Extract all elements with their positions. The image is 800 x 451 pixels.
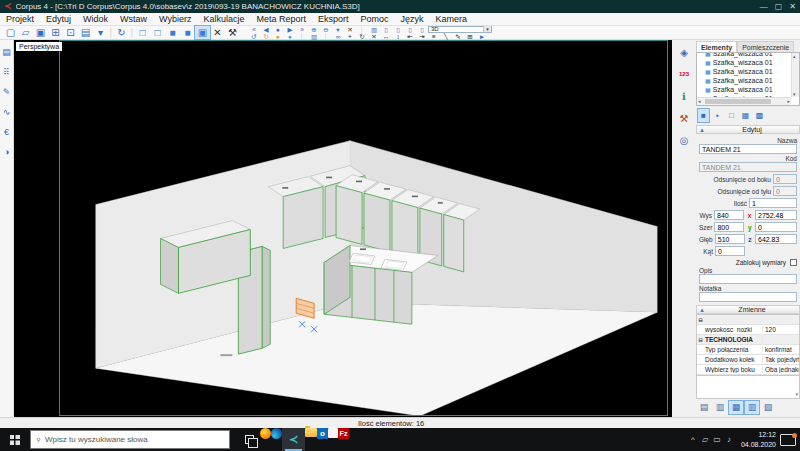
variables-panel-header[interactable]: ▲ Zmienne bbox=[696, 305, 800, 314]
view-solid-icon[interactable]: ■ bbox=[165, 26, 180, 39]
mirror-h-icon[interactable]: ↔ bbox=[380, 33, 392, 40]
view-drawer-icon[interactable]: ▥ bbox=[745, 401, 759, 414]
new-project-icon[interactable]: ▢ bbox=[3, 26, 18, 39]
variable-row[interactable]: ⊟ TECHNOLOGIA bbox=[697, 335, 799, 345]
task-view-button[interactable] bbox=[238, 428, 260, 451]
align-right-icon[interactable]: ⇥ bbox=[416, 33, 428, 40]
nav-caret-icon[interactable]: ▾ bbox=[332, 26, 344, 33]
zoom-out-icon[interactable]: ⊖ bbox=[320, 26, 332, 33]
toolbar-separator[interactable]: │ bbox=[320, 33, 332, 40]
angle-input[interactable] bbox=[715, 246, 745, 256]
depth-input[interactable] bbox=[715, 234, 745, 244]
menu-item[interactable]: Meta Report bbox=[251, 13, 313, 25]
nav-close-icon[interactable]: ✕ bbox=[344, 26, 356, 33]
menu-item[interactable]: Język bbox=[395, 13, 430, 25]
element-tree[interactable]: ▦ Szafka_wiszaca 01 ▦ Szafka_wiszaca 01 … bbox=[696, 52, 800, 106]
view-front-icon[interactable]: ▦ bbox=[729, 401, 743, 414]
catalog-manager-icon[interactable]: ⊡ bbox=[63, 26, 78, 39]
tab-elementy[interactable]: Elementy bbox=[696, 41, 737, 52]
slope-icon[interactable]: ╲ bbox=[440, 33, 452, 40]
scroll-down-icon[interactable]: ▾ bbox=[793, 91, 796, 97]
target-compass-icon[interactable]: ◎ bbox=[675, 134, 693, 147]
tray-chevron-icon[interactable]: ^ bbox=[687, 433, 699, 446]
delete-icon[interactable]: ✕ bbox=[368, 33, 380, 40]
tree-item[interactable]: ▦ Szafka_wiszaca 01 bbox=[697, 85, 791, 94]
menu-item[interactable]: Wstaw bbox=[114, 13, 153, 25]
view-wireframe-icon[interactable]: □ bbox=[135, 26, 150, 39]
width-input[interactable] bbox=[714, 222, 744, 232]
nav-record-icon[interactable]: ● bbox=[272, 26, 284, 33]
probe-icon[interactable]: ∿ bbox=[1, 106, 13, 119]
nav-next-icon[interactable]: ▶ bbox=[284, 26, 296, 33]
description-input[interactable] bbox=[699, 274, 797, 284]
variable-row[interactable]: Wybierz typ boku Oba jednako... bbox=[697, 365, 799, 375]
texture-ball-icon[interactable]: ● bbox=[284, 33, 296, 40]
menu-item[interactable]: Widok bbox=[77, 13, 114, 25]
menu-item[interactable]: Kamera bbox=[430, 13, 474, 25]
numbers-123-icon[interactable]: 123 bbox=[675, 68, 693, 81]
minimize-button[interactable]: — bbox=[760, 2, 768, 11]
scroll-up-icon[interactable]: ▴ bbox=[793, 53, 796, 59]
taskbar-corpus-icon[interactable]: ≺ bbox=[282, 428, 305, 451]
taskbar-filezilla-icon[interactable]: Fz bbox=[338, 428, 349, 439]
taskbar-clock[interactable]: 12:12 04.08.2020 bbox=[741, 430, 776, 448]
material-ball-icon[interactable]: ● bbox=[272, 33, 284, 40]
offset-side-input[interactable] bbox=[773, 174, 797, 184]
menu-item[interactable]: Kalkulacje bbox=[197, 13, 250, 25]
save-icon[interactable]: ▣ bbox=[33, 26, 48, 39]
maximize-button[interactable]: ▢ bbox=[775, 2, 783, 11]
edit-panel-header[interactable]: ▲ Edytuj bbox=[696, 125, 800, 134]
scroll-right-icon[interactable]: ▸ bbox=[787, 98, 790, 104]
variable-row[interactable]: Typ połączenia konfirmat bbox=[697, 345, 799, 355]
explode-tool-icon[interactable]: ✕ bbox=[210, 26, 225, 39]
viewport-3d[interactable] bbox=[59, 40, 668, 416]
collapse-box-icon[interactable]: ⊟ bbox=[697, 337, 704, 343]
variable-row[interactable]: ⊟ bbox=[697, 315, 799, 325]
note-input[interactable] bbox=[699, 292, 797, 302]
view-shaded-icon[interactable]: ■ bbox=[180, 26, 195, 39]
height-input[interactable] bbox=[714, 210, 744, 220]
code-input[interactable] bbox=[699, 162, 797, 172]
menu-item[interactable]: Eksport bbox=[312, 13, 355, 25]
tree-item[interactable]: ▦ Szafka_wiszaca 01 bbox=[697, 67, 791, 76]
start-button[interactable] bbox=[0, 428, 30, 451]
select-solid-icon[interactable]: ■ bbox=[698, 109, 709, 122]
view-explode-icon[interactable]: ▧ bbox=[761, 401, 775, 414]
undo-icon[interactable]: ↺ bbox=[248, 33, 260, 40]
menu-item[interactable]: Pomoc bbox=[355, 13, 395, 25]
tree-item[interactable]: ▦ Szafka_wiszaca 01 bbox=[697, 58, 791, 67]
combo-caret-icon[interactable]: ▾ bbox=[483, 26, 491, 32]
redo-icon[interactable]: ↻ bbox=[260, 33, 272, 40]
cabinet-side-icon[interactable]: ▯ bbox=[392, 26, 404, 33]
offset-back-input[interactable] bbox=[773, 186, 797, 196]
rotate-icon[interactable]: ↻ bbox=[356, 33, 368, 40]
cabinet-top-icon[interactable]: ▯ bbox=[404, 26, 416, 33]
tray-folder-icon[interactable]: ▱ bbox=[699, 433, 711, 446]
select-outline-icon[interactable]: □ bbox=[726, 109, 737, 122]
align-left-icon[interactable]: ⇤ bbox=[404, 33, 416, 40]
position-y-input[interactable] bbox=[755, 222, 797, 232]
menu-item[interactable]: Wybierz bbox=[153, 13, 197, 25]
notification-center-icon[interactable] bbox=[780, 434, 796, 446]
tray-sound-icon[interactable]: ♪ bbox=[723, 433, 735, 446]
select-small-icon[interactable]: ▪ bbox=[712, 109, 723, 122]
variable-row[interactable]: Dodatkowo kołek Tak pojedyń... bbox=[697, 355, 799, 365]
panel-scroll-down-icon[interactable]: ▾ bbox=[795, 391, 798, 397]
element-cabinet-icon[interactable]: ▤ bbox=[1, 46, 13, 59]
tree-hscrollbar[interactable]: ◂▸ bbox=[697, 97, 791, 105]
edit-pen-icon[interactable]: ✎ bbox=[452, 33, 464, 40]
view-corpus-icon[interactable]: ▤ bbox=[697, 401, 711, 414]
nav-first-icon[interactable]: « bbox=[248, 26, 260, 33]
price-euro-icon[interactable]: € bbox=[1, 126, 13, 139]
collapse-box-icon[interactable]: ⊟ bbox=[697, 317, 704, 323]
menu-item[interactable]: Projekt bbox=[0, 13, 40, 25]
lock-dimensions-checkbox[interactable] bbox=[790, 259, 797, 266]
settings-wrench-icon[interactable]: ⚒ bbox=[225, 26, 240, 39]
tree-item[interactable]: ▦ Szafka_wiszaca 01 bbox=[697, 76, 791, 85]
scroll-left-icon[interactable]: ◂ bbox=[698, 98, 701, 104]
toolbar-separator[interactable]: │ bbox=[296, 33, 308, 40]
render-image-icon[interactable]: ▥ bbox=[368, 26, 380, 33]
menu-item[interactable]: Edytuj bbox=[40, 13, 77, 25]
open-project-icon[interactable]: ▱ bbox=[18, 26, 33, 39]
view-hiddenline-icon[interactable]: □ bbox=[150, 26, 165, 39]
